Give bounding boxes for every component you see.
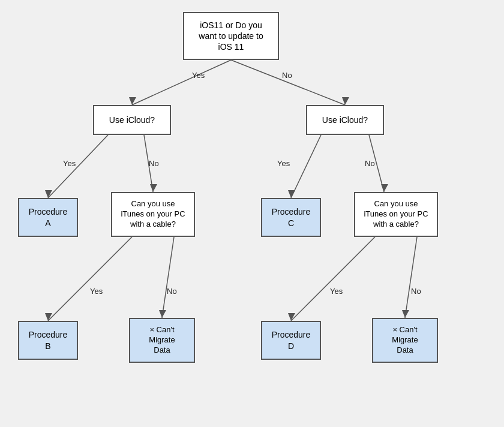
- svg-marker-11: [381, 184, 388, 192]
- label-yes-left: Yes: [192, 71, 205, 80]
- node-cant-migrate-right: × Can't Migrate Data: [372, 318, 438, 363]
- label-itunes-left-no: No: [167, 287, 177, 296]
- svg-marker-9: [288, 190, 295, 198]
- svg-line-16: [291, 237, 375, 321]
- svg-line-8: [291, 135, 321, 198]
- label-icloud-left-yes: Yes: [63, 159, 76, 168]
- svg-marker-7: [150, 184, 157, 192]
- node-icloud-right-label: Use iCloud?: [322, 115, 368, 125]
- label-no-right: No: [282, 71, 292, 80]
- node-procedure-a: Procedure A: [18, 198, 78, 237]
- label-icloud-right-yes: Yes: [277, 159, 290, 168]
- svg-line-14: [162, 237, 174, 318]
- svg-line-4: [48, 135, 108, 198]
- svg-marker-3: [342, 97, 349, 105]
- node-cant-migrate-left: × Can't Migrate Data: [129, 318, 195, 363]
- node-procedure-c: Procedure C: [261, 198, 321, 237]
- node-procedure-c-label: Procedure C: [272, 206, 311, 228]
- svg-line-0: [132, 60, 231, 105]
- label-icloud-right-no: No: [365, 159, 375, 168]
- label-icloud-left-no: No: [149, 159, 159, 168]
- node-procedure-a-label: Procedure A: [29, 206, 68, 228]
- node-cant-migrate-right-label: × Can't Migrate Data: [392, 325, 418, 356]
- svg-line-1: [231, 60, 345, 105]
- node-cant-migrate-left-label: × Can't Migrate Data: [149, 325, 175, 356]
- svg-marker-5: [45, 190, 52, 198]
- node-itunes-right: Can you use iTunes on your PC with a cab…: [354, 192, 438, 237]
- node-itunes-left: Can you use iTunes on your PC with a cab…: [111, 192, 195, 237]
- svg-marker-19: [402, 310, 409, 318]
- flowchart-diagram: iOS11 or Do you want to update to iOS 11…: [0, 0, 504, 427]
- node-itunes-right-label: Can you use iTunes on your PC with a cab…: [364, 199, 428, 230]
- label-itunes-right-no: No: [411, 287, 421, 296]
- node-procedure-d: Procedure D: [261, 321, 321, 360]
- svg-marker-2: [129, 97, 136, 105]
- svg-marker-17: [288, 313, 295, 321]
- label-itunes-right-yes: Yes: [330, 287, 343, 296]
- svg-marker-15: [159, 310, 166, 318]
- svg-line-18: [405, 237, 417, 318]
- svg-line-12: [48, 237, 132, 321]
- node-icloud-right: Use iCloud?: [306, 105, 384, 135]
- node-icloud-left-label: Use iCloud?: [109, 115, 155, 125]
- node-itunes-left-label: Can you use iTunes on your PC with a cab…: [121, 199, 185, 230]
- node-root-label: iOS11 or Do you want to update to iOS 11: [199, 20, 263, 53]
- node-root: iOS11 or Do you want to update to iOS 11: [183, 12, 279, 60]
- node-procedure-b-label: Procedure B: [29, 329, 68, 351]
- label-itunes-left-yes: Yes: [90, 287, 103, 296]
- node-procedure-d-label: Procedure D: [272, 329, 311, 351]
- svg-marker-13: [45, 313, 52, 321]
- node-icloud-left: Use iCloud?: [93, 105, 171, 135]
- node-procedure-b: Procedure B: [18, 321, 78, 360]
